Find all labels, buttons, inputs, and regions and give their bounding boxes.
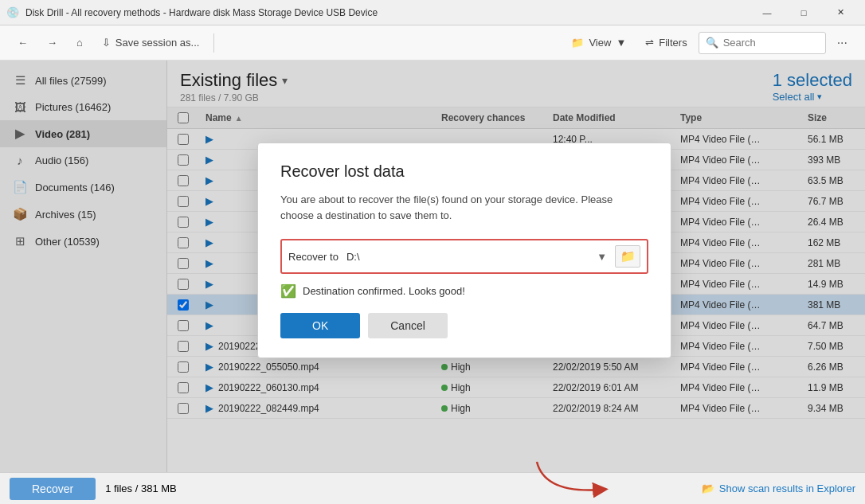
- search-icon: 🔍: [706, 37, 718, 49]
- sidebar-item-label: Documents (146): [35, 182, 154, 193]
- select-all-chevron-icon: ▾: [817, 92, 822, 102]
- row-type: MP4 Video File (…: [674, 192, 801, 211]
- filters-label: Filters: [659, 37, 687, 49]
- sort-arrow-icon: ▲: [235, 114, 243, 123]
- file-icon: ▶: [205, 216, 213, 228]
- home-button[interactable]: ⌂: [68, 30, 91, 56]
- recover-dialog: Recover lost data You are about to recov…: [257, 143, 671, 358]
- header-type: Type: [674, 107, 801, 128]
- sidebar-item-other[interactable]: ⊞ Other (10539): [0, 228, 166, 255]
- show-scan-link[interactable]: 📂 Show scan results in Explorer: [702, 483, 855, 494]
- row-check[interactable]: [167, 275, 199, 294]
- row-checkbox[interactable]: [178, 299, 189, 311]
- file-icon: ▶: [205, 299, 213, 311]
- maximize-button[interactable]: □: [785, 0, 822, 25]
- row-checkbox[interactable]: [178, 320, 189, 331]
- app-icon: 💿: [6, 6, 19, 19]
- row-checkbox[interactable]: [178, 134, 189, 145]
- row-check[interactable]: [167, 213, 199, 232]
- file-icon: ▶: [205, 319, 213, 331]
- bottom-bar: Recover 1 files / 381 MB 📂 Show scan res…: [0, 472, 865, 504]
- table-row: ▶ 20190222_082449.mp4 High 22/02/2019 8:…: [167, 398, 865, 419]
- sidebar-item-label: Audio (156): [35, 154, 154, 166]
- close-button[interactable]: ✕: [822, 0, 859, 25]
- sidebar-item-label: All files (27599): [35, 75, 154, 87]
- table-row: ▶ 20190222_060130.mp4 High 22/02/2019 6:…: [167, 377, 865, 398]
- content-header: Existing files ▾ 281 files / 7.90 GB 1 s…: [167, 61, 865, 107]
- row-type: MP4 Video File (…: [674, 316, 801, 335]
- filters-icon: ⇌: [645, 37, 654, 49]
- sidebar-item-archives[interactable]: 📦 Archives (15): [0, 201, 166, 228]
- row-type: MP4 Video File (…: [674, 171, 801, 190]
- filters-button[interactable]: ⇌ Filters: [637, 30, 695, 56]
- forward-button[interactable]: →: [39, 30, 65, 56]
- select-all-checkbox[interactable]: [178, 112, 189, 123]
- row-checkbox[interactable]: [178, 279, 189, 290]
- row-check[interactable]: [167, 150, 199, 170]
- section-title: Existing files: [180, 70, 277, 91]
- row-check[interactable]: [167, 254, 199, 273]
- row-name: ▶ 20190222_055050.mp4: [199, 357, 435, 377]
- sidebar-item-all-files[interactable]: ☰ All files (27599): [0, 67, 166, 94]
- sidebar-item-documents[interactable]: 📄 Documents (146): [0, 174, 166, 201]
- row-check[interactable]: [167, 192, 199, 211]
- cancel-button[interactable]: Cancel: [368, 313, 448, 338]
- minimize-button[interactable]: —: [749, 0, 785, 25]
- file-count-subtitle: 281 files / 7.90 GB: [180, 92, 288, 104]
- sidebar-item-label: Other (10539): [35, 236, 154, 248]
- select-all-row[interactable]: Select all ▾: [773, 91, 852, 103]
- row-check[interactable]: [167, 130, 199, 149]
- row-check[interactable]: [167, 316, 199, 335]
- bottom-left: Recover 1 files / 381 MB: [10, 478, 177, 500]
- row-checkbox[interactable]: [178, 154, 189, 166]
- row-check[interactable]: [167, 378, 199, 397]
- file-icon: ▶: [205, 154, 213, 166]
- row-checkbox[interactable]: [178, 382, 189, 393]
- sidebar-item-audio[interactable]: ♪ Audio (156): [0, 147, 166, 174]
- row-checkbox[interactable]: [178, 175, 189, 186]
- row-check[interactable]: [167, 295, 199, 315]
- section-title-chevron-icon: ▾: [282, 74, 288, 87]
- search-input[interactable]: [723, 37, 819, 49]
- table-header: Name ▲ Recovery chances Date Modified Ty…: [167, 107, 865, 129]
- recover-button[interactable]: Recover: [10, 478, 96, 500]
- save-session-button[interactable]: ⇩ Save session as...: [94, 30, 208, 56]
- browse-button[interactable]: 📁: [615, 245, 640, 268]
- row-size: 9.34 MB: [801, 399, 865, 418]
- select-all-label[interactable]: Select all: [773, 91, 815, 103]
- sidebar: ☰ All files (27599) 🖼 Pictures (16462) ▶…: [0, 61, 167, 472]
- back-button[interactable]: ←: [10, 30, 36, 56]
- row-checkbox[interactable]: [178, 341, 189, 352]
- row-check[interactable]: [167, 337, 199, 356]
- row-check[interactable]: [167, 399, 199, 418]
- other-icon: ⊞: [13, 234, 27, 248]
- toolbar: ← → ⌂ ⇩ Save session as... 📁 View ▼ ⇌ Fi…: [0, 25, 865, 61]
- audio-icon: ♪: [13, 154, 27, 167]
- file-icon: ▶: [205, 278, 213, 290]
- folder-icon: 📁: [620, 249, 636, 264]
- confirm-row: ✅ Destination confirmed. Looks good!: [280, 283, 648, 299]
- row-checkbox[interactable]: [178, 237, 189, 248]
- row-checkbox[interactable]: [178, 196, 189, 207]
- more-button[interactable]: ···: [829, 30, 855, 56]
- row-type: MP4 Video File (…: [674, 254, 801, 273]
- row-type: MP4 Video File (…: [674, 337, 801, 356]
- dialog-actions: OK Cancel: [280, 313, 648, 338]
- all-files-icon: ☰: [13, 73, 27, 88]
- row-checkbox[interactable]: [178, 361, 189, 373]
- recover-to-label: Recover to: [288, 251, 339, 263]
- selected-count: 1 selected: [773, 70, 852, 91]
- recover-to-select[interactable]: D:\: [346, 251, 589, 263]
- view-button[interactable]: 📁 View ▼: [563, 30, 634, 56]
- row-recovery: [435, 135, 546, 143]
- sidebar-item-pictures[interactable]: 🖼 Pictures (16462): [0, 94, 166, 120]
- sidebar-item-video[interactable]: ▶ Video (281): [0, 120, 166, 147]
- row-checkbox[interactable]: [178, 403, 189, 414]
- row-check[interactable]: [167, 233, 199, 252]
- row-check[interactable]: [167, 171, 199, 190]
- ok-button[interactable]: OK: [280, 313, 360, 338]
- row-check[interactable]: [167, 357, 199, 377]
- view-label: View: [589, 37, 611, 49]
- row-checkbox[interactable]: [178, 217, 189, 228]
- row-checkbox[interactable]: [178, 258, 189, 269]
